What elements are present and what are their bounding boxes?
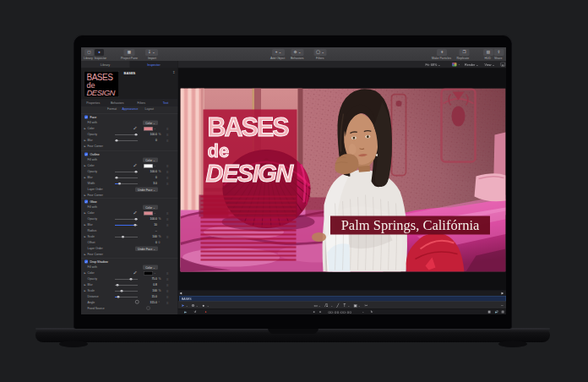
svg-text:BASES: BASES (208, 112, 290, 141)
svg-text:Palm Springs, Califórnia: Palm Springs, Califórnia (341, 217, 480, 233)
svg-text:DESIGN: DESIGN (206, 160, 295, 187)
svg-text:de: de (208, 140, 230, 161)
